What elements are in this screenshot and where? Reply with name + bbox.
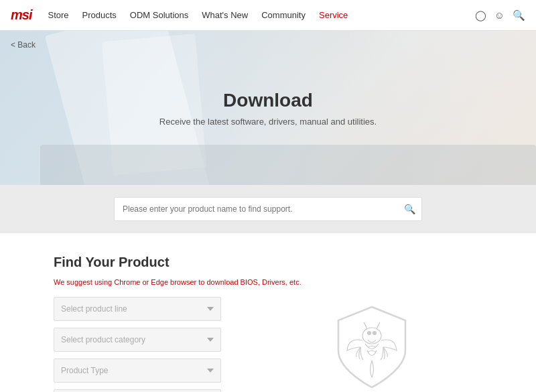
main-content: Find Your Product We suggest using Chrom… — [0, 233, 536, 392]
hero-desk — [40, 145, 536, 185]
suggestion-text: We suggest using Chrome or Edge browser … — [54, 278, 482, 286]
nav-links: Store Products ODM Solutions What's New … — [48, 7, 474, 23]
hero-banner: Back Download Receive the latest softwar… — [0, 31, 536, 185]
svg-point-1 — [368, 332, 371, 335]
nav-products[interactable]: Products — [82, 7, 117, 23]
dropdowns-column: Select product line Select product categ… — [54, 297, 221, 392]
search-bar-wrapper: 🔍 — [114, 197, 422, 221]
product-model-dropdown[interactable]: Product Model — [54, 389, 221, 392]
product-search-input[interactable] — [114, 197, 422, 221]
product-category-dropdown[interactable]: Select product category — [54, 328, 221, 352]
msi-logo[interactable]: msi — [11, 7, 31, 23]
nav-store[interactable]: Store — [48, 7, 68, 23]
dragon-shield-column — [261, 297, 482, 391]
svg-point-2 — [373, 332, 377, 335]
nav-community[interactable]: Community — [261, 7, 306, 23]
hero-subtitle: Receive the latest software, drivers, ma… — [159, 117, 377, 127]
nav-odm[interactable]: ODM Solutions — [130, 7, 188, 23]
profile-icon[interactable]: ☺ — [494, 9, 505, 21]
product-finder: Select product line Select product categ… — [54, 297, 482, 392]
hero-title: Download — [159, 90, 377, 111]
finder-title: Find Your Product — [54, 255, 482, 270]
user-icon[interactable]: ◯ — [475, 9, 486, 21]
product-line-dropdown[interactable]: Select product line — [54, 297, 221, 321]
nav-service[interactable]: Service — [319, 7, 348, 23]
search-section: 🔍 — [0, 185, 536, 233]
navbar-icons: ◯ ☺ 🔍 — [475, 9, 525, 21]
product-type-dropdown[interactable]: Product Type — [54, 358, 221, 383]
navbar: msi Store Products ODM Solutions What's … — [0, 0, 536, 31]
dragon-shield-logo — [335, 304, 409, 391]
back-link[interactable]: Back — [11, 40, 36, 50]
svg-point-0 — [362, 328, 381, 344]
hero-content: Download Receive the latest software, dr… — [159, 90, 377, 127]
search-bar-icon[interactable]: 🔍 — [404, 204, 415, 214]
search-icon[interactable]: 🔍 — [513, 9, 525, 21]
nav-whatsnew[interactable]: What's New — [202, 7, 248, 23]
